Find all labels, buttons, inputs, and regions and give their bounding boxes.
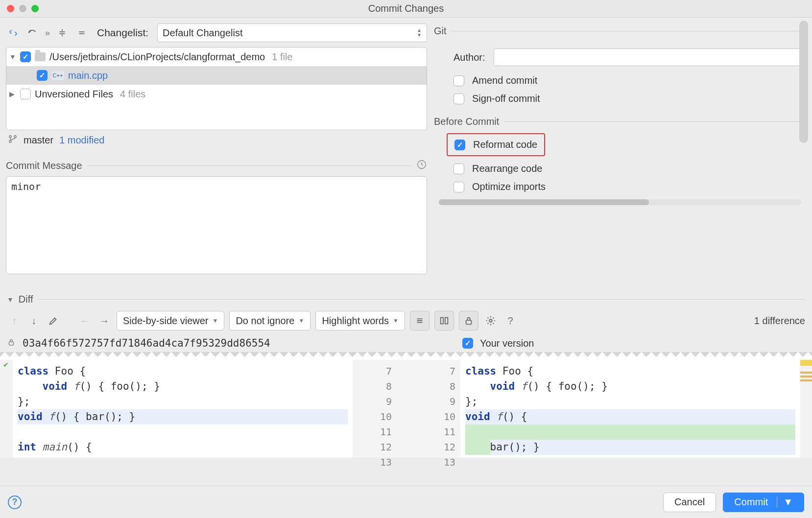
highlight-mode-select[interactable]: Highlight words ▼ — [315, 311, 405, 330]
commit-message-textarea[interactable]: minor — [6, 176, 427, 274]
your-version-label: Your version — [480, 338, 534, 349]
svg-point-1 — [9, 141, 11, 142]
changes-tree: ▼ /Users/jetbrains/CLionProjects/clangfo… — [6, 47, 427, 130]
changelist-select[interactable]: Default Changelist ▲▼ — [157, 24, 427, 42]
svg-rect-4 — [441, 318, 444, 324]
svg-point-7 — [489, 319, 492, 322]
cancel-button[interactable]: Cancel — [663, 493, 716, 512]
branch-status[interactable]: 1 modified — [59, 135, 104, 146]
stepper-icon[interactable]: ▲▼ — [417, 28, 422, 37]
left-gutter: ✔ — [0, 360, 13, 458]
checkbox-your-version[interactable] — [462, 338, 473, 349]
tree-collapse-icon[interactable]: ▶ — [9, 90, 16, 98]
checkbox-unversioned[interactable] — [20, 89, 31, 99]
reformat-highlight: Reformat code — [447, 133, 545, 156]
cpp-file-icon: C++ — [51, 71, 64, 80]
right-line-numbers: 7 8 9 10 11 12 13 — [397, 360, 460, 458]
commit-dropdown-icon[interactable]: ▼ — [777, 496, 793, 508]
diff-toolbar: ↑ ↓ ← → Side-by-side viewer ▼ Do not ign… — [0, 308, 812, 335]
annotation-bar[interactable] — [800, 360, 812, 458]
revision-hash: 03a4f66f572757fd71846ad4ca7f95329dd86554 — [23, 337, 270, 349]
horizontal-scrollbar[interactable] — [439, 199, 801, 205]
optimize-label: Optimize imports — [472, 181, 546, 192]
tree-row-unversioned[interactable]: ▶ Unversioned Files 4 files — [6, 85, 427, 103]
chevron-down-icon: ▼ — [393, 317, 399, 324]
ignore-mode-value: Do not ignore — [236, 315, 294, 327]
checkbox-signoff[interactable] — [454, 94, 464, 104]
settings-gear-icon[interactable] — [483, 313, 498, 328]
changelist-label: Changelist: — [97, 27, 148, 39]
checkbox-amend[interactable] — [454, 75, 464, 86]
refresh-icon[interactable] — [6, 25, 21, 40]
history-icon[interactable] — [416, 159, 427, 172]
branch-icon — [8, 134, 18, 146]
svg-rect-5 — [445, 318, 448, 324]
project-meta: 1 file — [272, 51, 292, 63]
highlight-mode-value: Highlight words — [322, 315, 389, 327]
next-diff-icon[interactable]: ↓ — [26, 313, 41, 328]
edit-icon[interactable] — [46, 313, 61, 328]
divider — [452, 31, 806, 31]
right-code-pane[interactable]: class Foo { void f() { foo(); } }; void … — [460, 360, 800, 458]
expand-all-icon[interactable] — [55, 25, 70, 40]
diff-status: 1 difference — [754, 315, 805, 327]
collapse-unchanged-icon[interactable] — [410, 311, 430, 330]
nav-forward-icon[interactable]: → — [97, 313, 112, 328]
checkbox-file[interactable] — [37, 70, 48, 81]
reformat-label: Reformat code — [473, 139, 537, 150]
checkbox-reformat[interactable] — [454, 140, 465, 150]
help-icon[interactable]: ? — [503, 313, 518, 328]
changes-toolbar: » Changelist: Default Changelist ▲▼ — [6, 23, 427, 43]
tree-row-file[interactable]: C++ main.cpp — [6, 66, 427, 85]
changelist-value: Default Changelist — [163, 27, 242, 39]
checkbox-project[interactable] — [20, 51, 31, 62]
tree-row-project[interactable]: ▼ /Users/jetbrains/CLionProjects/clangfo… — [6, 47, 427, 66]
checkbox-optimize[interactable] — [454, 182, 464, 192]
left-line-numbers: 7 8 9 10 11 12 13 — [353, 360, 397, 458]
window-title: Commit Changes — [0, 3, 812, 14]
svg-rect-8 — [9, 342, 14, 345]
commit-button[interactable]: Commit ▼ — [723, 493, 804, 512]
divider — [38, 299, 806, 300]
rearrange-label: Rearrange code — [472, 163, 542, 174]
tree-expand-icon[interactable]: ▼ — [9, 53, 16, 61]
sync-scroll-icon[interactable] — [434, 311, 454, 330]
diff-collapse-icon[interactable]: ▼ — [7, 296, 14, 304]
title-bar: Commit Changes — [0, 0, 812, 18]
divider — [87, 165, 411, 166]
chevron-down-icon: ▼ — [213, 317, 218, 324]
ignore-mode-select[interactable]: Do not ignore ▼ — [229, 311, 310, 330]
help-button[interactable]: ? — [8, 495, 22, 509]
vertical-scrollbar[interactable] — [799, 21, 808, 143]
commit-message-label: Commit Message — [6, 160, 82, 171]
before-commit-label: Before Commit — [434, 116, 499, 127]
diff-viewer: ✔ class Foo { void f() { foo(); } }; voi… — [0, 360, 812, 458]
amend-label: Amend commit — [472, 75, 537, 86]
unversioned-meta: 4 files — [120, 89, 145, 100]
chevron-down-icon: ▼ — [298, 317, 304, 324]
revert-icon[interactable] — [25, 25, 40, 40]
prev-diff-icon[interactable]: ↑ — [7, 313, 22, 328]
divider — [504, 121, 806, 122]
check-icon: ✔ — [3, 361, 9, 369]
author-label: Author: — [454, 52, 485, 63]
folder-icon — [35, 52, 46, 61]
checkbox-rearrange[interactable] — [454, 164, 464, 174]
view-mode-value: Side-by-side viewer — [123, 315, 209, 327]
view-mode-select[interactable]: Side-by-side viewer ▼ — [117, 311, 224, 330]
commit-message-text: minor — [11, 181, 41, 192]
author-input[interactable] — [494, 48, 806, 66]
svg-point-0 — [9, 136, 11, 138]
lock-icon[interactable] — [459, 311, 478, 330]
readonly-lock-icon — [7, 338, 16, 349]
signoff-label: Sign-off commit — [472, 93, 540, 104]
nav-back-icon[interactable]: ← — [77, 313, 92, 328]
more-actions-icon[interactable]: » — [45, 28, 50, 38]
fold-marker — [0, 352, 812, 360]
left-code-pane[interactable]: class Foo { void f() { foo(); } }; void … — [13, 360, 353, 458]
svg-point-2 — [14, 136, 16, 138]
project-path: /Users/jetbrains/CLionProjects/clangform… — [49, 51, 265, 63]
collapse-all-icon[interactable] — [74, 25, 89, 40]
dialog-footer: ? Cancel Commit ▼ — [0, 486, 812, 518]
diff-section-label: Diff — [19, 294, 33, 305]
